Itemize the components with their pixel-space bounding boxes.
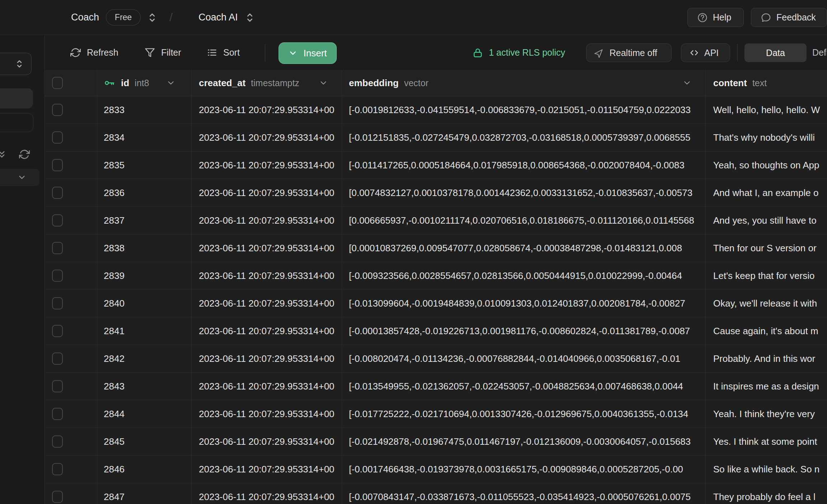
cell-created-at-wrap[interactable]: 2023-06-11 20:07:29.953314+00 (192, 400, 342, 428)
row-checkbox[interactable] (52, 463, 63, 475)
cell-embedding-wrap[interactable]: [0.006665937,-0.0010211174,0.020706516,0… (342, 207, 706, 234)
row-checkbox[interactable] (52, 297, 63, 309)
cell-id-wrap[interactable]: 2842 (97, 345, 192, 373)
column-menu-icon[interactable] (682, 78, 692, 88)
chevrons-double-down-icon[interactable] (0, 149, 7, 160)
row-checkbox[interactable] (52, 214, 63, 227)
row-checkbox[interactable] (52, 270, 63, 282)
cell-id-wrap[interactable]: 2844 (97, 400, 192, 428)
cell-id-wrap[interactable]: 2843 (97, 373, 192, 400)
header-content[interactable]: content text (706, 70, 827, 96)
cell-id-wrap[interactable]: 2847 (97, 483, 192, 504)
cell-created-at-wrap[interactable]: 2023-06-11 20:07:29.953314+00 (192, 317, 342, 345)
cell-id-wrap[interactable]: 2840 (97, 290, 192, 317)
cell-content-wrap[interactable]: So like a while back. So n (706, 456, 827, 483)
header-created-at[interactable]: created_at timestamptz (192, 70, 342, 96)
refresh-button[interactable]: Refresh (70, 35, 118, 70)
row-checkbox[interactable] (52, 380, 63, 392)
cell-embedding-wrap[interactable]: [-0.021492878,-0.01967475,0.011467197,-0… (342, 428, 706, 456)
cell-content-wrap[interactable]: Let's keep that for versio (706, 262, 827, 290)
cell-created-at-wrap[interactable]: 2023-06-11 20:07:29.953314+00 (192, 428, 342, 456)
schema-select[interactable] (0, 53, 32, 75)
cell-content-wrap[interactable]: Probably. And in this wor (706, 345, 827, 373)
row-checkbox[interactable] (52, 104, 63, 116)
row-checkbox[interactable] (52, 435, 63, 448)
cell-created-at-wrap[interactable]: 2023-06-11 20:07:29.953314+00 (192, 207, 342, 234)
api-button[interactable]: API (681, 43, 730, 62)
cell-content-wrap[interactable]: Cause again, it's about m (706, 317, 827, 345)
row-checkbox[interactable] (52, 325, 63, 337)
row-checkbox[interactable] (52, 131, 63, 144)
cell-created-at-wrap[interactable]: 2023-06-11 20:07:29.953314+00 (192, 234, 342, 262)
cell-id-wrap[interactable]: 2833 (97, 96, 192, 124)
row-checkbox[interactable] (52, 187, 63, 199)
cell-content-wrap[interactable]: Yeah. I think they're very (706, 400, 827, 428)
cell-embedding-wrap[interactable]: [-0.011417265,0.0005184664,0.017985918,0… (342, 151, 706, 179)
cell-content-wrap[interactable]: It inspires me as a design (706, 373, 827, 400)
cell-content-wrap[interactable]: They probably do feel a l (706, 483, 827, 504)
cell-embedding-wrap[interactable]: [-0.0019812633,-0.041559514,-0.006833679… (342, 96, 706, 124)
cell-id-wrap[interactable]: 2834 (97, 124, 192, 151)
cell-created-at-wrap[interactable]: 2023-06-11 20:07:29.953314+00 (192, 456, 342, 483)
row-checkbox[interactable] (52, 242, 63, 254)
cell-created-at-wrap[interactable]: 2023-06-11 20:07:29.953314+00 (192, 373, 342, 400)
cell-embedding-wrap[interactable]: [-0.008020474,-0.01134236,-0.00076882844… (342, 345, 706, 373)
rls-policy-link[interactable]: 1 active RLS policy (472, 35, 565, 70)
sort-button[interactable]: Sort (207, 35, 240, 70)
cell-embedding-wrap[interactable]: [-0.009323566,0.0028554657,0.02813566,0.… (342, 262, 706, 290)
cell-content-wrap[interactable]: Well, hello, hello, hello. W (706, 96, 827, 124)
cell-id-wrap[interactable]: 2837 (97, 207, 192, 234)
row-checkbox[interactable] (52, 491, 63, 503)
filter-button[interactable]: Filter (145, 35, 181, 70)
cell-content-wrap[interactable]: Then for our S version or (706, 234, 827, 262)
sidebar-item[interactable] (0, 113, 33, 132)
feedback-button[interactable]: Feedback (751, 8, 827, 27)
select-all-checkbox[interactable] (52, 77, 63, 89)
realtime-toggle-button[interactable]: Realtime off (586, 43, 672, 62)
cell-created-at-wrap[interactable]: 2023-06-11 20:07:29.953314+00 (192, 124, 342, 151)
cell-id-wrap[interactable]: 2846 (97, 456, 192, 483)
cell-content-wrap[interactable]: And what I, an example o (706, 179, 827, 207)
tab-data[interactable]: Data (744, 43, 807, 62)
cell-id-wrap[interactable]: 2836 (97, 179, 192, 207)
cell-content-wrap[interactable]: Okay, we'll release it with (706, 290, 827, 317)
tab-definition[interactable]: Definition (812, 35, 827, 70)
cell-created-at-wrap[interactable]: 2023-06-11 20:07:29.953314+00 (192, 345, 342, 373)
row-checkbox[interactable] (52, 353, 63, 365)
cell-created-at-wrap[interactable]: 2023-06-11 20:07:29.953314+00 (192, 483, 342, 504)
breadcrumb-project[interactable]: Coach (71, 0, 99, 35)
sidebar-refresh-icon[interactable] (19, 149, 30, 160)
cell-content-wrap[interactable]: That's why nobody's willi (706, 124, 827, 151)
cell-embedding-wrap[interactable]: [-0.0017466438,-0.019373978,0.0031665175… (342, 456, 706, 483)
breadcrumb-entity[interactable]: Coach AI (198, 0, 238, 35)
cell-id-wrap[interactable]: 2845 (97, 428, 192, 456)
entity-switcher-icon[interactable] (244, 0, 256, 35)
cell-created-at-wrap[interactable]: 2023-06-11 20:07:29.953314+00 (192, 96, 342, 124)
cell-embedding-wrap[interactable]: [-0.012151835,-0.027245479,0.032872703,-… (342, 124, 706, 151)
cell-created-at-wrap[interactable]: 2023-06-11 20:07:29.953314+00 (192, 262, 342, 290)
sidebar-dropdown[interactable] (0, 169, 39, 186)
cell-embedding-wrap[interactable]: [0.00010837269,0.009547077,0.028058674,-… (342, 234, 706, 262)
cell-embedding-wrap[interactable]: [-0.00013857428,-0.019226713,0.001981176… (342, 317, 706, 345)
cell-embedding-wrap[interactable]: [-0.013099604,-0.0019484839,0.010091303,… (342, 290, 706, 317)
row-checkbox[interactable] (52, 408, 63, 420)
cell-created-at-wrap[interactable]: 2023-06-11 20:07:29.953314+00 (192, 179, 342, 207)
cell-content-wrap[interactable]: And yes, you still have to (706, 207, 827, 234)
cell-embedding-wrap[interactable]: [-0.0070843147,-0.033871673,-0.011055523… (342, 483, 706, 504)
header-id[interactable]: id int8 (97, 70, 192, 96)
cell-created-at-wrap[interactable]: 2023-06-11 20:07:29.953314+00 (192, 290, 342, 317)
cell-embedding-wrap[interactable]: [-0.013549955,-0.021362057,-0.022453057,… (342, 373, 706, 400)
cell-embedding-wrap[interactable]: [0.0074832127,0.0010378178,0.001442362,0… (342, 179, 706, 207)
cell-content-wrap[interactable]: Yes. I think at some point (706, 428, 827, 456)
cell-content-wrap[interactable]: Yeah, so thoughts on App (706, 151, 827, 179)
header-embedding[interactable]: embedding vector (342, 70, 706, 96)
cell-embedding-wrap[interactable]: [-0.017725222,-0.021710694,0.0013307426,… (342, 400, 706, 428)
row-checkbox[interactable] (52, 159, 63, 171)
column-menu-icon[interactable] (319, 78, 328, 88)
cell-id-wrap[interactable]: 2841 (97, 317, 192, 345)
cell-id-wrap[interactable]: 2838 (97, 234, 192, 262)
insert-button[interactable]: Insert (279, 42, 337, 64)
cell-id-wrap[interactable]: 2839 (97, 262, 192, 290)
column-menu-icon[interactable] (166, 78, 176, 88)
project-switcher-icon[interactable] (146, 0, 158, 35)
